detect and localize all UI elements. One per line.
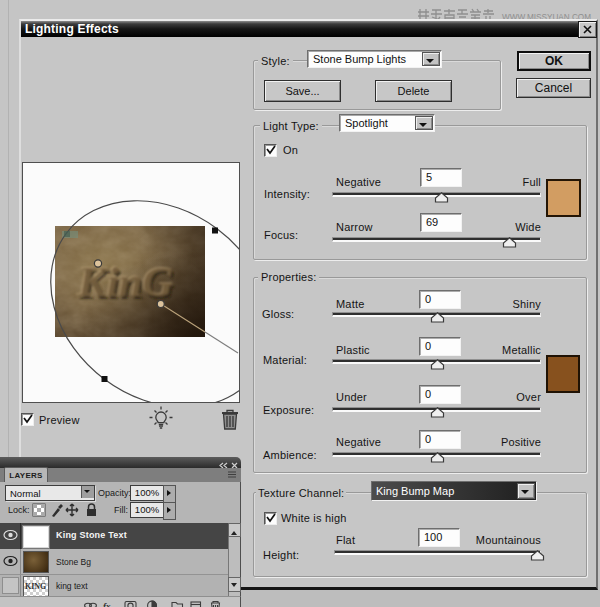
svg-text:KinG: KinG	[77, 258, 174, 305]
svg-text:fx.: fx.	[103, 601, 113, 607]
